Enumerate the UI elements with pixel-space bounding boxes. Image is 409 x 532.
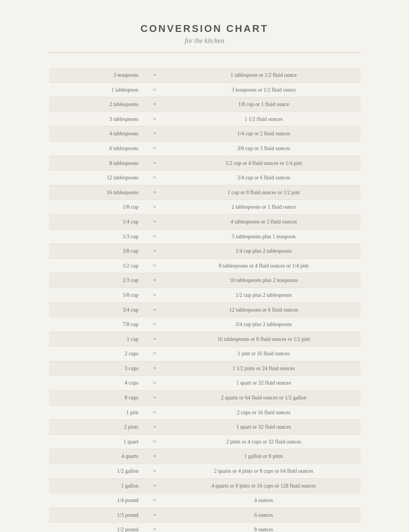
cell-equals: = — [142, 185, 167, 200]
table-row: 1/2 cup=8 tablespoons or 4 fluid ounces … — [49, 258, 360, 273]
cell-right: 4 quarts or 8 pints or 16 cups or 128 fl… — [167, 478, 360, 493]
cell-left: 1/3 pound — [49, 508, 142, 522]
table-row: 1/3 pound=6 ounces — [49, 508, 360, 522]
cell-equals: = — [142, 449, 167, 464]
table-row: 6 tablespoons=3/8 cup or 3 fluid ounces — [49, 141, 360, 156]
cell-equals: = — [142, 302, 167, 317]
cell-equals: = — [142, 171, 167, 185]
cell-left: 1/4 cup — [49, 214, 142, 229]
cell-equals: = — [142, 420, 167, 435]
table-row: 4 quarts=1 gallon or 8 pints — [49, 449, 360, 464]
cell-left: 3/8 cup — [49, 244, 142, 259]
cell-equals: = — [142, 97, 167, 112]
cell-equals: = — [142, 391, 167, 405]
cell-equals: = — [142, 127, 167, 141]
cell-right: 2 cups or 16 fluid ounces — [167, 405, 360, 420]
cell-right: 1 1/2 pints or 24 fluid ounces — [167, 361, 360, 376]
cell-right: 2 quarts or 64 fluid ounces or 1/2 gallo… — [167, 391, 360, 405]
cell-equals: = — [142, 141, 167, 156]
cell-left: 1/4 pound — [49, 493, 142, 508]
conversion-table: 3 teaspoons=1 tablespoon or 1/2 fluid ou… — [49, 68, 360, 532]
table-row: 8 cups=2 quarts or 64 fluid ounces or 1/… — [49, 391, 360, 405]
cell-right: 3/4 cup plus 2 tablespoons — [167, 317, 360, 332]
table-row: 4 cups=1 quart or 32 fluid ounces — [49, 376, 360, 391]
cell-equals: = — [142, 478, 167, 493]
cell-right: 2 tablespoons or 1 fluid ounce — [167, 200, 360, 215]
cell-right: 1 1/2 fluid ounces — [167, 112, 360, 127]
table-row: 8 tablespoons=1/2 cup or 4 fluid ounces … — [49, 156, 360, 171]
table-row: 5/8 cup=1/2 cup plus 2 tablespoons — [49, 288, 360, 302]
cell-right: 16 tablespoons or 8 fluid ounces or 1/2 … — [167, 332, 360, 347]
cell-right: 5 tablespoons plus 1 teaspoon — [167, 229, 360, 244]
table-row: 1/2 gallon=2 quarts or 4 pints or 8 cups… — [49, 464, 360, 479]
cell-left: 1/2 cup — [49, 258, 142, 273]
cell-right: 8 tablespoons or 4 fluid ounces or 1/4 p… — [167, 258, 360, 273]
cell-left: 2 pints — [49, 420, 142, 435]
table-row: 1 pint=2 cups or 16 fluid ounces — [49, 405, 360, 420]
cell-equals: = — [142, 434, 167, 449]
cell-right: 2 pints or 4 cups or 32 fluid ounces — [167, 434, 360, 449]
table-row: 2/3 cup=10 tablespoons plus 2 teaspoons — [49, 273, 360, 288]
cell-equals: = — [142, 273, 167, 288]
cell-left: 3/4 cup — [49, 302, 142, 317]
cell-right: 3/8 cup or 3 fluid ounces — [167, 141, 360, 156]
subtitle: for the kitchen — [49, 37, 360, 45]
cell-left: 1 pint — [49, 405, 142, 420]
cell-left: 4 tablespoons — [49, 127, 142, 141]
cell-right: 6 ounces — [167, 508, 360, 522]
cell-left: 6 tablespoons — [49, 141, 142, 156]
cell-left: 12 tablespoons — [49, 171, 142, 185]
table-row: 1/4 pound=4 ounces — [49, 493, 360, 508]
cell-left: 5/8 cup — [49, 288, 142, 302]
page-header: CONVERSION CHART for the kitchen — [49, 23, 360, 53]
cell-left: 3 teaspoons — [49, 68, 142, 82]
cell-equals: = — [142, 258, 167, 273]
table-row: 1/3 cup=5 tablespoons plus 1 teaspoon — [49, 229, 360, 244]
cell-left: 1 tablespoon — [49, 82, 142, 97]
table-row: 4 tablespoons=1/4 cup or 2 fluid ounces — [49, 127, 360, 141]
cell-right: 1 tablespoon or 1/2 fluid ounce — [167, 68, 360, 82]
table-row: 2 cups=1 pint or 16 fluid ounces — [49, 347, 360, 361]
cell-right: 1 pint or 16 fluid ounces — [167, 347, 360, 361]
cell-left: 7/8 cup — [49, 317, 142, 332]
page-container: CONVERSION CHART for the kitchen 3 teasp… — [34, 0, 376, 532]
cell-equals: = — [142, 288, 167, 302]
table-row: 1 quart=2 pints or 4 cups or 32 fluid ou… — [49, 434, 360, 449]
table-row: 1 cup=16 tablespoons or 8 fluid ounces o… — [49, 332, 360, 347]
table-row: 3 tablespoons=1 1/2 fluid ounces — [49, 112, 360, 127]
cell-left: 4 quarts — [49, 449, 142, 464]
cell-right: 1/4 cup or 2 fluid ounces — [167, 127, 360, 141]
cell-right: 10 tablespoons plus 2 teaspoons — [167, 273, 360, 288]
table-row: 2 pints=1 quart or 32 fluid ounces — [49, 420, 360, 435]
cell-equals: = — [142, 332, 167, 347]
cell-left: 2/3 cup — [49, 273, 142, 288]
table-row: 12 tablespoons=3/4 cup or 6 fluid ounces — [49, 171, 360, 185]
table-row: 1/2 pound=8 ounces — [49, 522, 360, 532]
cell-right: 1 quart or 32 fluid ounces — [167, 376, 360, 391]
cell-equals: = — [142, 405, 167, 420]
cell-equals: = — [142, 68, 167, 82]
cell-right: 1/2 cup plus 2 tablespoons — [167, 288, 360, 302]
cell-left: 1/2 pound — [49, 522, 142, 532]
table-row: 3/4 cup=12 tablespoons or 6 fluid ounces — [49, 302, 360, 317]
cell-left: 8 cups — [49, 391, 142, 405]
cell-right: 1 cup or 8 fluid ounces or 1/2 pint — [167, 185, 360, 200]
cell-left: 1 quart — [49, 434, 142, 449]
table-row: 3 cups=1 1/2 pints or 24 fluid ounces — [49, 361, 360, 376]
cell-equals: = — [142, 82, 167, 97]
cell-equals: = — [142, 522, 167, 532]
cell-equals: = — [142, 508, 167, 522]
cell-right: 1/8 cup or 1 fluid ounce — [167, 97, 360, 112]
cell-right: 8 ounces — [167, 522, 360, 532]
cell-right: 1 gallon or 8 pints — [167, 449, 360, 464]
cell-right: 3 teaspoons or 1/2 fluid ounce — [167, 82, 360, 97]
table-row: 1 tablespoon=3 teaspoons or 1/2 fluid ou… — [49, 82, 360, 97]
cell-left: 1/3 cup — [49, 229, 142, 244]
cell-equals: = — [142, 493, 167, 508]
cell-left: 8 tablespoons — [49, 156, 142, 171]
cell-right: 1/4 cup plus 2 tablespoons — [167, 244, 360, 259]
table-row: 7/8 cup=3/4 cup plus 2 tablespoons — [49, 317, 360, 332]
table-row: 1/8 cup=2 tablespoons or 1 fluid ounce — [49, 200, 360, 215]
cell-left: 1/2 gallon — [49, 464, 142, 479]
table-row: 16 tablespoons=1 cup or 8 fluid ounces o… — [49, 185, 360, 200]
